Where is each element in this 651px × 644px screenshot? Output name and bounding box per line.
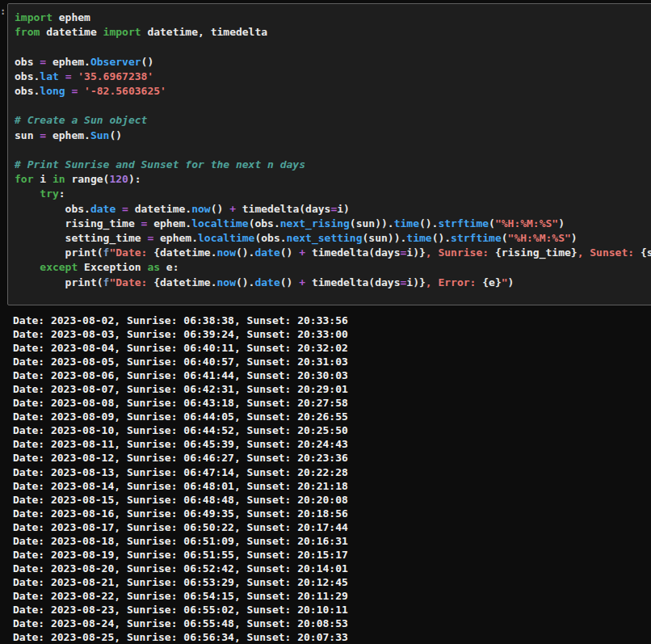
output-line: Date: 2023-08-25, Sunrise: 06:56:34, Sun… xyxy=(13,630,651,644)
code-token: timedelta(days xyxy=(305,276,400,288)
code-token: = xyxy=(122,203,128,215)
code-token: lat xyxy=(40,70,58,82)
code-token: " xyxy=(502,276,508,288)
output-line: Date: 2023-08-10, Sunrise: 06:44:52, Sun… xyxy=(13,423,651,437)
code-token: ): xyxy=(128,173,141,185)
code-token: # Print Sunrise and Sunset for the next … xyxy=(15,158,305,170)
code-token: (). xyxy=(236,276,254,288)
output-line: Date: 2023-08-04, Sunrise: 06:40:11, Sun… xyxy=(13,341,651,355)
code-token: () xyxy=(141,56,154,68)
code-token: ) xyxy=(558,217,565,229)
output-line: Date: 2023-08-17, Sunrise: 06:50:22, Sun… xyxy=(13,520,651,534)
code-token: ) xyxy=(571,232,578,244)
code-line: import ephem xyxy=(15,11,651,25)
code-token: ( xyxy=(489,217,495,229)
output-line: Date: 2023-08-18, Sunrise: 06:51:09, Sun… xyxy=(13,534,651,548)
code-token: '35.6967238' xyxy=(78,70,153,82)
code-token: "%H:%M:%S" xyxy=(495,217,558,229)
output-line: Date: 2023-08-05, Sunrise: 06:40:57, Sun… xyxy=(13,355,651,368)
code-token: rising_time xyxy=(15,217,141,229)
output-line: Date: 2023-08-24, Sunrise: 06:55:48, Sun… xyxy=(13,617,651,630)
code-token: "%H:%M:%S" xyxy=(508,232,571,244)
code-line: from datetime import datetime, timedelta xyxy=(15,25,651,40)
code-token: import xyxy=(15,11,52,23)
code-token: ) xyxy=(508,276,514,288)
code-editor[interactable]: import ephemfrom datetime import datetim… xyxy=(15,11,651,290)
code-token: () xyxy=(280,276,299,288)
code-token: time xyxy=(394,217,419,229)
cell-output-area: Date: 2023-08-02, Sunrise: 06:38:38, Sun… xyxy=(13,314,651,644)
output-line: Date: 2023-08-12, Sunrise: 06:46:27, Sun… xyxy=(13,451,651,465)
code-line: # Create a Sun object xyxy=(15,113,651,128)
code-token: (obs. xyxy=(249,217,280,229)
code-token: datetime. xyxy=(128,203,191,215)
output-line: Date: 2023-08-06, Sunrise: 06:41:44, Sun… xyxy=(13,368,651,382)
code-token: date xyxy=(254,276,279,288)
code-token: # Create a Sun object xyxy=(15,114,147,126)
code-token: + xyxy=(229,203,236,215)
code-token: now xyxy=(191,203,210,215)
code-token: ephem. xyxy=(46,56,90,68)
code-token: for xyxy=(15,173,33,185)
output-line: Date: 2023-08-15, Sunrise: 06:48:48, Sun… xyxy=(13,493,651,507)
code-token: obs. xyxy=(15,203,90,215)
code-token: (sun)). xyxy=(350,217,394,229)
output-line: Date: 2023-08-21, Sunrise: 06:53:29, Sun… xyxy=(13,575,651,589)
output-line: Date: 2023-08-08, Sunrise: 06:43:18, Sun… xyxy=(13,396,651,410)
code-token: from xyxy=(15,26,40,38)
code-line xyxy=(15,143,651,158)
code-token: {datetime. xyxy=(153,276,216,288)
output-line: Date: 2023-08-03, Sunrise: 06:39:24, Sun… xyxy=(13,327,651,341)
code-line: print(f"Date: {datetime.now().date() + t… xyxy=(15,246,651,260)
code-token: i) xyxy=(337,203,350,215)
code-token xyxy=(116,203,122,215)
code-line: try: xyxy=(15,187,651,201)
code-cell[interactable]: import ephemfrom datetime import datetim… xyxy=(7,3,651,305)
code-token: try xyxy=(40,187,58,200)
code-token: localtime xyxy=(198,232,254,244)
code-token: "Date: xyxy=(109,246,153,259)
code-line: obs.date = datetime.now() + timedelta(da… xyxy=(15,202,651,217)
code-token: Observer xyxy=(90,56,141,68)
code-line: obs.long = '-82.5603625' xyxy=(15,84,651,99)
code-token: next_setting xyxy=(287,232,363,244)
code-token: '-82.5603625' xyxy=(84,85,166,97)
code-token: ephem xyxy=(52,11,90,23)
output-line: Date: 2023-08-09, Sunrise: 06:44:05, Sun… xyxy=(13,410,651,423)
code-token: , Error: xyxy=(426,276,482,288)
code-token: timedelta(days xyxy=(236,203,330,215)
code-token: + xyxy=(299,276,305,288)
code-token: as xyxy=(147,261,160,273)
output-line: Date: 2023-08-22, Sunrise: 06:54:15, Sun… xyxy=(13,589,651,603)
code-token: Exception xyxy=(78,261,147,273)
code-token: strftime xyxy=(451,232,502,244)
code-token: date xyxy=(254,246,279,259)
code-token: {e} xyxy=(482,276,501,288)
code-token: () xyxy=(280,246,299,259)
execution-prompt-fragment: : xyxy=(0,6,6,17)
code-token: print( xyxy=(15,246,103,259)
code-line: # Print Sunrise and Sunset for the next … xyxy=(15,158,651,172)
output-line: Date: 2023-08-20, Sunrise: 06:52:42, Sun… xyxy=(13,562,651,575)
code-token: now xyxy=(216,276,235,288)
output-line: Date: 2023-08-02, Sunrise: 06:38:38, Sun… xyxy=(13,314,651,327)
code-token: (sun)). xyxy=(363,232,407,244)
code-token: i)} xyxy=(406,246,425,259)
output-line: Date: 2023-08-19, Sunrise: 06:51:55, Sun… xyxy=(13,548,651,562)
code-token: print( xyxy=(15,276,103,288)
code-token: ephem. xyxy=(147,217,191,229)
code-token: i xyxy=(33,173,52,185)
code-token: strftime xyxy=(438,217,489,229)
code-line: obs = ephem.Observer() xyxy=(15,55,651,69)
code-token: () xyxy=(211,203,229,215)
code-token: = xyxy=(40,129,46,141)
code-token xyxy=(15,261,40,273)
code-token: ephem. xyxy=(46,129,90,141)
code-token: sun xyxy=(15,129,40,141)
code-token: next_rising xyxy=(280,217,350,229)
output-line: Date: 2023-08-14, Sunrise: 06:48:01, Sun… xyxy=(13,479,651,493)
code-token: (). xyxy=(236,246,254,259)
code-line: print(f"Date: {datetime.now().date() + t… xyxy=(15,276,651,290)
code-token xyxy=(78,85,84,97)
notebook-page: { "theme": { "page_bg": "#0d0d0d", "cell… xyxy=(0,0,651,644)
